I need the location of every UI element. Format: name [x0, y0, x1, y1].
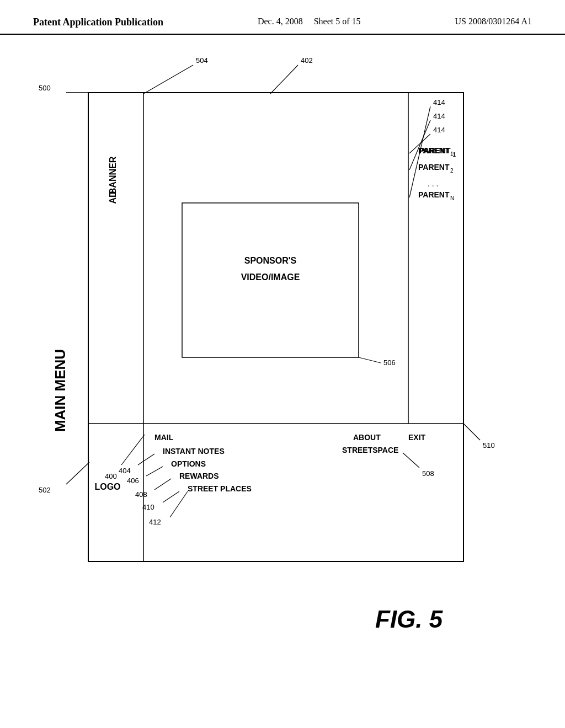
logo-label: LOGO [94, 482, 120, 491]
svg-line-16 [154, 479, 171, 490]
svg-line-7 [270, 65, 298, 94]
svg-line-13 [121, 435, 145, 465]
patent-diagram: .diag-text { font-family: Arial, sans-se… [22, 46, 541, 686]
ref-412: 412 [149, 518, 161, 526]
parent1-subscript: 1 [450, 151, 454, 157]
ref-406: 406 [127, 477, 139, 485]
svg-line-19 [403, 453, 419, 468]
about-streetspace-label1: ABOUT [353, 433, 381, 442]
svg-line-18 [170, 491, 188, 517]
ref-508: 508 [422, 469, 434, 478]
ad-banner-label2: BANNER [108, 156, 118, 194]
svg-line-3 [143, 65, 193, 94]
ref-410: 410 [142, 503, 154, 511]
ref-504: 504 [196, 56, 208, 65]
parent2-text: PARENT [418, 163, 450, 172]
svg-line-17 [163, 491, 179, 502]
ref-408: 408 [135, 490, 147, 499]
mail-label: MAIL [154, 433, 174, 442]
ref-414b: 414 [433, 112, 445, 120]
svg-line-8 [359, 357, 381, 363]
publication-date: Dec. 4, 2008 [258, 17, 303, 26]
instant-notes-label: INSTANT NOTES [163, 447, 225, 456]
page-header: Patent Application Publication Dec. 4, 2… [0, 0, 565, 35]
svg-line-15 [146, 467, 163, 476]
parent-dots: . . . [428, 179, 438, 188]
options-label: OPTIONS [171, 459, 206, 468]
ref-400: 400 [105, 472, 117, 480]
ref-502: 502 [39, 486, 51, 494]
svg-line-4 [66, 462, 89, 484]
diagram-area: .diag-text { font-family: Arial, sans-se… [0, 35, 565, 697]
parent1-text: PARENT [418, 146, 450, 155]
rewards-label: REWARDS [179, 472, 219, 480]
parentN-subscript: N [450, 195, 454, 201]
ref-414a: 414 [433, 126, 445, 134]
sponsors-video-label1: SPONSOR'S [244, 256, 297, 265]
patent-number: US 2008/0301264 A1 [455, 17, 532, 26]
svg-line-14 [138, 454, 154, 465]
sponsors-video-label2: VIDEO/IMAGE [241, 272, 300, 282]
sheet-info: Sheet 5 of 15 [314, 17, 361, 26]
ref-404: 404 [119, 467, 131, 475]
ref-402: 402 [301, 56, 313, 65]
about-streetspace-label2: STREETSPACE [342, 446, 398, 454]
header-center-info: Dec. 4, 2008 Sheet 5 of 15 [258, 17, 361, 26]
exit-label: EXIT [408, 433, 426, 442]
ref-500: 500 [39, 84, 51, 92]
street-places-label: STREET PLACES [188, 484, 252, 493]
ref-510: 510 [483, 441, 495, 449]
publication-title: Patent Application Publication [33, 17, 163, 28]
svg-line-20 [463, 424, 480, 440]
parentN-text: PARENT [418, 190, 450, 199]
figure-label: FIG. 5 [375, 606, 443, 633]
main-menu-label: MAIN MENU [52, 349, 68, 432]
ref-414c: 414 [433, 98, 445, 106]
ref-506: 506 [383, 358, 396, 367]
parent2-subscript: 2 [450, 168, 454, 174]
